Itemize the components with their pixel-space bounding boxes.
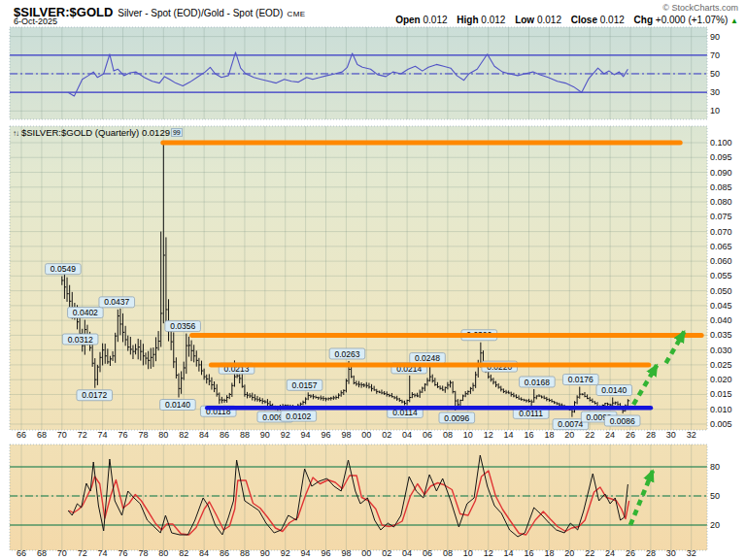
x-axis-tick-label: 18 xyxy=(544,548,554,558)
x-axis-tick-label: 06 xyxy=(423,548,432,558)
y-axis-tick-label: 0.085 xyxy=(710,182,732,192)
price-y-axis: 0.1000.0950.0900.0850.0800.0750.0700.065… xyxy=(710,138,732,429)
price-callout: 0.0157 xyxy=(287,379,322,390)
price-callout: 0.0176 xyxy=(562,375,598,385)
y-axis-tick-label: 0.065 xyxy=(710,242,732,251)
x-axis-tick-label: 14 xyxy=(504,430,514,440)
price-callout-text: 0.0437 xyxy=(104,297,129,307)
y-axis-tick-label: 70 xyxy=(710,50,720,60)
price-callout: 0.0168 xyxy=(520,377,556,387)
x-axis-tick-label: 16 xyxy=(524,430,533,440)
updown-arrows-icon: ↑↓ xyxy=(13,129,18,138)
x-axis-tick-label: 74 xyxy=(98,548,108,558)
main-panel-value-sup: 99 xyxy=(171,128,183,137)
x-axis-tick-label: 80 xyxy=(158,548,168,558)
main-panel-symbol: $SILVER:$GOLD (Quarterly) xyxy=(21,127,139,138)
price-callout-text: 0.0312 xyxy=(68,335,93,345)
x-axis-tick-label: 30 xyxy=(666,548,676,558)
y-axis-tick-label: 0.100 xyxy=(710,138,732,148)
x-axis-tick-label: 12 xyxy=(484,548,493,558)
x-axis-tick-label: 08 xyxy=(443,548,453,558)
price-callout: 0.0096 xyxy=(439,412,475,423)
x-axis-tick-label: 98 xyxy=(341,430,351,440)
x-axis-tick-label: 04 xyxy=(402,548,412,558)
price-callout-text: 0.0176 xyxy=(568,375,593,384)
x-axis-tick-label: 26 xyxy=(626,548,635,558)
y-axis-tick-label: 0.025 xyxy=(710,360,732,370)
x-axis-tick-label: 72 xyxy=(78,430,87,440)
x-axis-tick-label: 00 xyxy=(361,430,371,440)
x-axis-tick-label: 86 xyxy=(220,430,229,440)
chart-canvas: 90705030100.05490.03120.04020.01720.0437… xyxy=(0,0,746,560)
x-axis-tick-label: 06 xyxy=(423,430,432,440)
x-axis-tick-label: 28 xyxy=(646,548,656,558)
x-axis-tick-label: 70 xyxy=(57,430,67,440)
x-axis-tick-label: 96 xyxy=(322,430,331,440)
price-callout: 0.0172 xyxy=(77,390,113,401)
price-callout-text: 0.0549 xyxy=(51,264,76,274)
y-axis-tick-label: 0.005 xyxy=(710,419,732,429)
x-axis-tick-label: 20 xyxy=(564,430,574,440)
x-axis-tick-label: 84 xyxy=(199,548,209,558)
price-callout: 0.0402 xyxy=(68,308,104,318)
x-axis-tick-label: 02 xyxy=(382,430,391,440)
stoch-y-axis: 805020 xyxy=(710,462,720,530)
x-axis-tick-label: 90 xyxy=(260,548,270,558)
y-axis-tick-label: 0.075 xyxy=(710,212,732,221)
x-axis-tick-label: 68 xyxy=(37,548,47,558)
y-axis-tick-label: 0.010 xyxy=(710,405,732,414)
x-axis-tick-label: 84 xyxy=(199,430,209,440)
x-axis-tick-label: 94 xyxy=(301,548,311,558)
price-callout: 0.0437 xyxy=(99,297,135,308)
y-axis-tick-label: 0.080 xyxy=(710,197,732,207)
x-axis-tick-label: 32 xyxy=(687,430,696,440)
stockcharts-chart: $SILVER:$GOLDSilver - Spot (EOD)/Gold - … xyxy=(0,0,746,560)
price-panel: 0.05490.03120.04020.01720.04370.01400.03… xyxy=(10,126,707,430)
x-axis-tick-label: 70 xyxy=(57,548,67,558)
y-axis-tick-label: 0.060 xyxy=(710,256,732,266)
price-callout-text: 0.0102 xyxy=(286,412,311,421)
x-axis-tick-label: 94 xyxy=(301,430,311,440)
price-callout: 0.0248 xyxy=(410,353,446,364)
x-axis-tick-label: 10 xyxy=(463,430,473,440)
y-axis-tick-label: 30 xyxy=(710,87,720,97)
x-axis-tick-label: 20 xyxy=(564,548,574,558)
x-axis-tick-label: 22 xyxy=(585,548,594,558)
x-axis-labels: 6668707274767880828486889092949698000204… xyxy=(17,430,696,440)
stoch-panel xyxy=(10,445,707,550)
y-axis-tick-label: 0.070 xyxy=(710,227,732,237)
y-axis-tick-label: 0.035 xyxy=(710,330,732,340)
x-axis-tick-label: 32 xyxy=(687,548,696,558)
price-callout: 0.0356 xyxy=(165,321,201,332)
x-axis-tick-label: 80 xyxy=(158,430,168,440)
price-callout-text: 0.0356 xyxy=(170,321,195,331)
x-axis-tick-label: 82 xyxy=(179,548,188,558)
x-axis-tick-label: 24 xyxy=(605,548,615,558)
x-axis-tick-label: 78 xyxy=(138,430,148,440)
x-axis-tick-label: 00 xyxy=(361,548,371,558)
x-axis-tick-label: 88 xyxy=(240,430,250,440)
x-axis-tick-label: 92 xyxy=(281,548,290,558)
price-callout-text: 0.0172 xyxy=(82,390,107,400)
x-axis-tick-label: 12 xyxy=(484,430,493,440)
price-callout-text: 0.0096 xyxy=(444,413,469,423)
price-callout: 0.0312 xyxy=(62,334,98,345)
x-axis-tick-label: 88 xyxy=(240,548,250,558)
x-axis-tick-label: 26 xyxy=(626,430,635,440)
y-axis-tick-label: 50 xyxy=(710,491,720,501)
y-axis-tick-label: 0.055 xyxy=(710,271,732,280)
y-axis-tick-label: 0.050 xyxy=(710,286,732,296)
x-axis-tick-label: 30 xyxy=(666,430,676,440)
y-axis-tick-label: 20 xyxy=(710,520,720,530)
price-callout: 0.0102 xyxy=(281,411,317,421)
price-callout: 0.0140 xyxy=(596,385,632,396)
price-callout-text: 0.0157 xyxy=(292,380,318,390)
price-callout: 0.0140 xyxy=(160,400,196,411)
y-axis-tick-label: 0.020 xyxy=(710,375,732,384)
main-panel-value: 0.0129 xyxy=(142,127,170,138)
x-axis-tick-label: 22 xyxy=(585,430,594,440)
main-panel-label: ↑↓$SILVER:$GOLD (Quarterly) 0.012999 xyxy=(13,127,183,138)
x-axis-tick-label: 96 xyxy=(322,548,331,558)
x-axis-tick-label: 76 xyxy=(119,430,128,440)
price-callout-text: 0.0248 xyxy=(415,353,440,363)
